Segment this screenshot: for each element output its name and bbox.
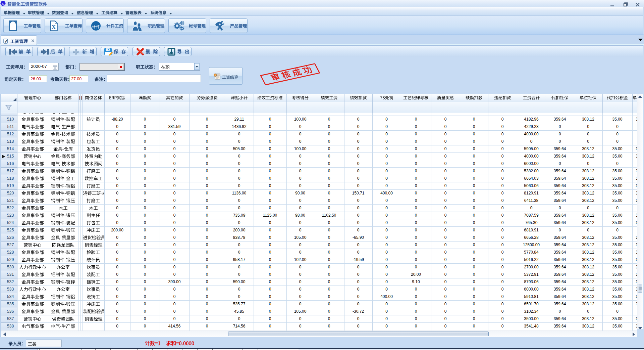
svg-text:X: X <box>52 24 56 30</box>
